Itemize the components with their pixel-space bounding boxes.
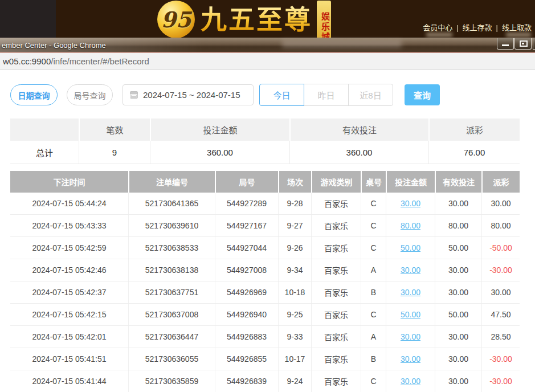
table-cell: A: [361, 259, 386, 281]
tab-last-8-days[interactable]: 近8日: [348, 84, 393, 106]
table-cell: 521730641365: [128, 193, 215, 214]
window-title: ember Center - Google Chrome: [2, 41, 106, 50]
blurred-reflection: [282, 40, 402, 48]
table-cell: -50.00: [481, 237, 520, 259]
table-cell: 百家乐: [311, 281, 361, 303]
bet-column-header: 游戏类别: [311, 171, 361, 193]
table-row: 2024-07-15 05:42:37521730637751544926969…: [10, 281, 520, 304]
table-cell: 30.00: [435, 259, 481, 281]
table-cell: 9-24: [278, 370, 311, 392]
minimize-button[interactable]: [497, 38, 514, 50]
bet-column-header: 派彩: [481, 171, 520, 193]
table-cell: 521730636055: [128, 348, 215, 370]
round-query-button[interactable]: 局号查询: [67, 84, 113, 105]
table-cell: 544926940: [215, 304, 278, 325]
table-row: 2024-07-15 05:41:51521730636055544926855…: [10, 348, 520, 370]
table-cell: C: [361, 237, 386, 259]
bet-amount-link[interactable]: 30.00: [386, 281, 435, 303]
table-cell: C: [361, 193, 386, 214]
table-cell: 9-25: [278, 304, 311, 325]
nav-link-deposit[interactable]: 线上存款: [463, 23, 492, 32]
bet-amount-link[interactable]: 30.00: [386, 259, 435, 281]
table-cell: 百家乐: [311, 193, 361, 214]
logo-title: 九五至尊: [201, 1, 312, 38]
summary-header-row: 笔数 投注金额 有效投注 派彩: [10, 119, 520, 141]
table-cell: 544926839: [215, 370, 278, 392]
bet-amount-link[interactable]: 80.00: [386, 215, 435, 236]
logo-95-icon: 95: [157, 1, 195, 38]
banner-nav-links: 会员中心|线上存款|线上取款: [423, 22, 532, 32]
table-cell: 544927008: [215, 259, 278, 281]
maximize-button[interactable]: [514, 38, 532, 50]
summary-total-bet-amount: 360.00: [150, 141, 289, 164]
table-cell: 521730636447: [128, 326, 215, 348]
window-titlebar[interactable]: ember Center - Google Chrome: [0, 38, 535, 53]
table-cell: 百家乐: [311, 326, 361, 348]
date-query-button[interactable]: 日期查询: [10, 84, 58, 105]
bet-record-table: 下注时间注单编号局号场次游戏类别桌号投注金额有效投注派彩 2024-07-15 …: [10, 171, 520, 392]
table-row: 2024-07-15 05:41:44521730635859544926839…: [10, 370, 520, 392]
table-cell: 80.00: [435, 215, 481, 236]
table-cell: -30.00: [481, 348, 520, 370]
table-cell: B: [361, 281, 386, 303]
table-cell: 2024-07-15 05:43:33: [10, 215, 128, 236]
table-cell: 30.00: [435, 326, 481, 348]
nav-link-withdraw[interactable]: 线上取款: [502, 23, 532, 32]
table-cell: 28.50: [481, 326, 520, 348]
table-cell: 544927044: [215, 237, 278, 259]
table-cell: 2024-07-15 05:44:24: [10, 193, 128, 214]
bet-amount-link[interactable]: 50.00: [386, 304, 435, 325]
tab-yesterday[interactable]: 昨日: [304, 84, 349, 106]
nav-separator: |: [456, 23, 458, 32]
summary-header-valid-bet: 有效投注: [289, 119, 428, 141]
bet-table-body: 2024-07-15 05:44:24521730641365544927289…: [10, 193, 520, 392]
table-row: 2024-07-15 05:44:24521730641365544927289…: [10, 193, 520, 215]
table-row: 2024-07-15 05:42:01521730636447544926883…: [10, 326, 520, 348]
table-row: 2024-07-15 05:42:46521730638138544927008…: [10, 259, 520, 281]
table-cell: 80.00: [481, 215, 520, 236]
date-range-value: 2024-07-15 ~ 2024-07-15: [143, 90, 240, 100]
nav-link-member-center[interactable]: 会员中心: [423, 23, 452, 32]
table-cell: 9-27: [278, 215, 311, 236]
url-path: /infe/mcenter/#/betRecord: [51, 56, 149, 66]
table-cell: 30.00: [435, 281, 481, 303]
bet-column-header: 有效投注: [435, 171, 481, 193]
search-button[interactable]: 查询: [405, 84, 440, 105]
blurred-text: [506, 32, 531, 37]
table-cell: 544927167: [215, 215, 278, 236]
blurred-text: [426, 32, 452, 37]
bet-amount-link[interactable]: 30.00: [386, 370, 435, 392]
table-cell: 30.00: [435, 193, 481, 214]
bet-amount-link[interactable]: 30.00: [386, 348, 435, 370]
table-cell: 30.00: [435, 348, 481, 370]
table-cell: 2024-07-15 05:42:46: [10, 259, 128, 281]
summary-table: 笔数 投注金额 有效投注 派彩 总计 9 360.00 360.00 76.00: [10, 119, 520, 164]
table-cell: 544926855: [215, 348, 278, 370]
bet-amount-link[interactable]: 30.00: [386, 193, 435, 214]
table-cell: B: [361, 348, 386, 370]
bet-amount-link[interactable]: 50.00: [386, 237, 435, 259]
table-cell: 9-28: [278, 193, 311, 214]
address-bar[interactable]: w05.cc:9900/infe/mcenter/#/betRecord: [0, 53, 535, 70]
summary-header-payout: 派彩: [428, 119, 520, 141]
bet-column-header: 下注时间: [10, 171, 128, 193]
table-cell: 544927289: [215, 193, 278, 214]
table-cell: 521730635859: [128, 370, 215, 392]
bet-amount-link[interactable]: 30.00: [386, 326, 435, 348]
window-controls: [496, 38, 535, 50]
bet-column-header: 注单编号: [128, 171, 215, 193]
summary-total-row: 总计 9 360.00 360.00 76.00: [10, 141, 520, 164]
summary-header-count: 笔数: [79, 119, 150, 141]
table-cell: 百家乐: [311, 259, 361, 281]
table-cell: 544926883: [215, 326, 278, 348]
table-cell: 2024-07-15 05:41:51: [10, 348, 128, 370]
nav-separator: |: [496, 23, 498, 32]
table-cell: 2024-07-15 05:42:01: [10, 326, 128, 348]
tab-today[interactable]: 今日: [259, 84, 304, 106]
date-range-input[interactable]: 2024-07-15 ~ 2024-07-15: [122, 84, 254, 105]
table-row: 2024-07-15 05:42:15521730637008544926940…: [10, 304, 520, 326]
calendar-icon: [130, 91, 138, 99]
table-cell: C: [361, 304, 386, 325]
close-button[interactable]: [533, 38, 535, 50]
quick-date-tabs: 今日 昨日 近8日: [259, 84, 393, 106]
